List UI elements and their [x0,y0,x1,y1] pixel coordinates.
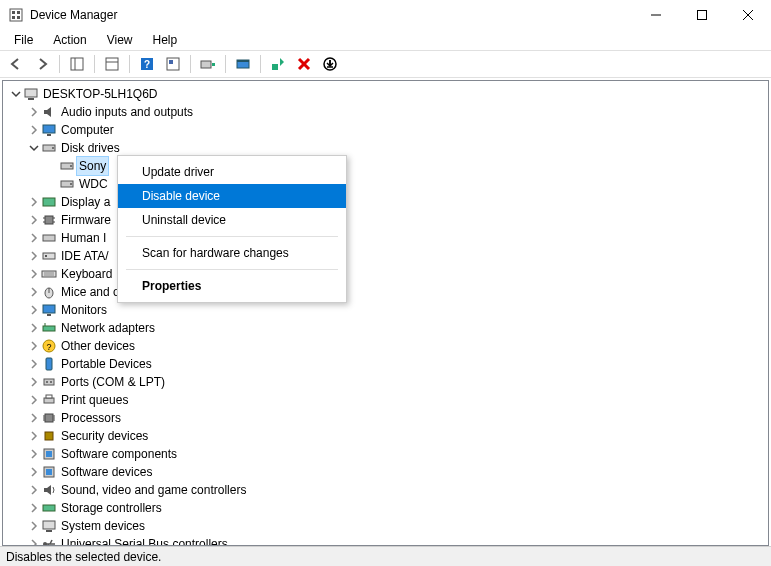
storage-icon [41,500,57,516]
context-separator [126,269,338,270]
chevron-right-icon[interactable] [27,249,41,263]
chevron-down-icon[interactable] [9,87,23,101]
svg-rect-17 [201,61,211,68]
svg-rect-28 [47,134,51,136]
chevron-right-icon[interactable] [27,375,41,389]
menu-help[interactable]: Help [145,31,186,49]
disk-icon [59,176,75,192]
keyboard-icon [41,266,57,282]
chevron-right-icon[interactable] [27,465,41,479]
menu-view[interactable]: View [99,31,141,49]
chevron-right-icon[interactable] [27,195,41,209]
back-button[interactable] [4,53,28,75]
svg-rect-25 [25,89,37,97]
action-button[interactable] [161,53,185,75]
scan-hardware-button[interactable] [196,53,220,75]
audio-icon [41,104,57,120]
maximize-button[interactable] [679,0,725,30]
chevron-right-icon[interactable] [27,267,41,281]
disk-icon [59,158,75,174]
category-usb[interactable]: Universal Serial Bus controllers [27,535,768,546]
svg-rect-1 [12,11,15,14]
chevron-right-icon[interactable] [27,519,41,533]
show-hide-tree-button[interactable] [65,53,89,75]
monitor-icon [41,122,57,138]
svg-rect-72 [46,469,52,475]
category-computer[interactable]: Computer [27,121,768,139]
enable-button[interactable] [266,53,290,75]
chevron-right-icon[interactable] [27,105,41,119]
svg-rect-61 [45,414,53,422]
monitor-icon [41,302,57,318]
category-storage[interactable]: Storage controllers [27,499,768,517]
svg-rect-70 [46,451,52,457]
context-uninstall-device[interactable]: Uninstall device [118,208,346,232]
printer-icon [41,392,57,408]
svg-text:?: ? [46,342,51,352]
toolbar-separator [129,55,130,73]
menu-action[interactable]: Action [45,31,94,49]
svg-rect-11 [106,58,118,70]
category-other[interactable]: ? Other devices [27,337,768,355]
window-controls [633,0,771,30]
app-icon [8,7,24,23]
chevron-right-icon[interactable] [27,393,41,407]
category-print-queues[interactable]: Print queues [27,391,768,409]
help-button[interactable]: ? [135,53,159,75]
chevron-right-icon[interactable] [27,303,41,317]
update-driver-button[interactable] [231,53,255,75]
svg-rect-20 [237,60,249,62]
category-software-devices[interactable]: Software devices [27,463,768,481]
chevron-right-icon[interactable] [27,501,41,515]
context-scan-hardware[interactable]: Scan for hardware changes [118,241,346,265]
chevron-right-icon[interactable] [27,231,41,245]
context-disable-device[interactable]: Disable device [118,184,346,208]
minimize-button[interactable] [633,0,679,30]
chevron-right-icon[interactable] [27,285,41,299]
chevron-right-icon[interactable] [27,321,41,335]
device-tree[interactable]: DESKTOP-5LH1Q6D Audio inputs and outputs… [3,81,768,546]
unknown-icon: ? [41,338,57,354]
cpu-icon [41,410,57,426]
chevron-right-icon[interactable] [27,447,41,461]
context-properties[interactable]: Properties [118,274,346,298]
category-monitors[interactable]: Monitors [27,301,768,319]
properties-button[interactable] [100,53,124,75]
disable-button[interactable] [318,53,342,75]
chevron-right-icon[interactable] [27,213,41,227]
svg-rect-51 [43,326,55,331]
mouse-icon [41,284,57,300]
chevron-right-icon[interactable] [27,339,41,353]
svg-rect-50 [47,314,51,316]
context-update-driver[interactable]: Update driver [118,160,346,184]
category-ports[interactable]: Ports (COM & LPT) [27,373,768,391]
svg-text:?: ? [144,59,150,70]
toolbar-separator [190,55,191,73]
category-security[interactable]: Security devices [27,427,768,445]
chevron-right-icon[interactable] [27,357,41,371]
display-adapter-icon [41,194,57,210]
category-processors[interactable]: Processors [27,409,768,427]
chip-icon [41,212,57,228]
category-software-components[interactable]: Software components [27,445,768,463]
category-sound[interactable]: Sound, video and game controllers [27,481,768,499]
chevron-down-icon[interactable] [27,141,41,155]
svg-rect-44 [42,271,56,277]
device-tree-container: DESKTOP-5LH1Q6D Audio inputs and outputs… [2,80,769,546]
svg-rect-36 [45,216,53,224]
forward-button[interactable] [30,53,54,75]
chevron-right-icon[interactable] [27,537,41,546]
svg-point-58 [50,381,52,383]
category-audio[interactable]: Audio inputs and outputs [27,103,768,121]
software-icon [41,446,57,462]
chevron-right-icon[interactable] [27,123,41,137]
chevron-right-icon[interactable] [27,411,41,425]
category-portable[interactable]: Portable Devices [27,355,768,373]
chevron-right-icon[interactable] [27,429,41,443]
chevron-right-icon[interactable] [27,483,41,497]
category-system[interactable]: System devices [27,517,768,535]
close-button[interactable] [725,0,771,30]
menu-file[interactable]: File [6,31,41,49]
uninstall-button[interactable] [292,53,316,75]
category-network[interactable]: Network adapters [27,319,768,337]
